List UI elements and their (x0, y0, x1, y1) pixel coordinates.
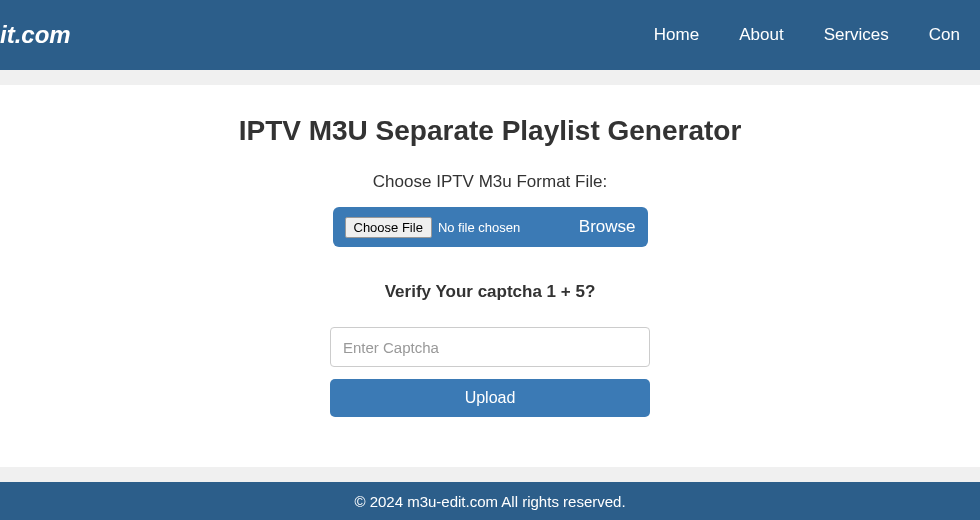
main-content: IPTV M3U Separate Playlist Generator Cho… (0, 85, 980, 467)
logo[interactable]: it.com (0, 21, 71, 49)
nav-services[interactable]: Services (824, 25, 889, 45)
browse-label: Browse (579, 217, 636, 237)
nav-contact[interactable]: Con (929, 25, 960, 45)
footer: © 2024 m3u-edit.com All rights reserved. (0, 482, 980, 520)
page-title: IPTV M3U Separate Playlist Generator (0, 115, 980, 147)
file-input-container[interactable]: Choose File No file chosen Browse (333, 207, 648, 247)
upload-button[interactable]: Upload (330, 379, 650, 417)
captcha-label: Verify Your captcha 1 + 5? (0, 282, 980, 302)
footer-text: © 2024 m3u-edit.com All rights reserved. (354, 493, 625, 510)
choose-file-label: Choose IPTV M3u Format File: (0, 172, 980, 192)
choose-file-button[interactable]: Choose File (345, 217, 432, 238)
nav-home[interactable]: Home (654, 25, 699, 45)
header: it.com Home About Services Con (0, 0, 980, 70)
captcha-input[interactable] (330, 327, 650, 367)
file-status-text: No file chosen (438, 220, 520, 235)
nav-about[interactable]: About (739, 25, 783, 45)
nav: Home About Services Con (654, 25, 980, 45)
